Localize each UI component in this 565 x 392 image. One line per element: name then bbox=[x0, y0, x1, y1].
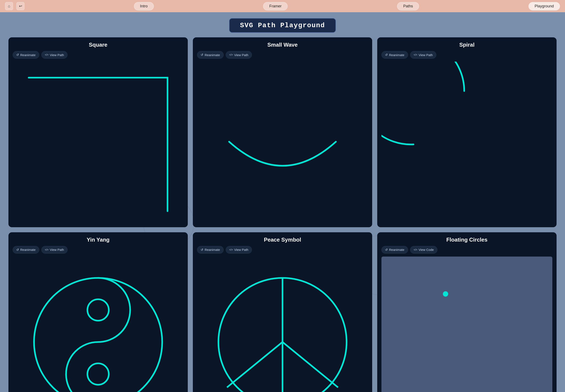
svg-point-14 bbox=[87, 363, 109, 385]
wave-reanimate-label: Reanimate bbox=[205, 53, 220, 57]
card-peace-buttons: ↺ Reanimate </> View Path bbox=[197, 246, 368, 254]
square-viewpath-label: View Path bbox=[50, 53, 64, 57]
reanimate-icon-yinyang: ↺ bbox=[16, 248, 19, 252]
floating-reanimate-label: Reanimate bbox=[389, 248, 404, 252]
nav-paths-label: Paths bbox=[403, 4, 413, 8]
floating-reanimate-button[interactable]: ↺ Reanimate bbox=[381, 246, 408, 254]
peace-viewpath-label: View Path bbox=[234, 248, 248, 252]
peace-viewpath-button[interactable]: </> View Path bbox=[226, 246, 252, 254]
navbar: ⌂ ↩ Intro Framer Paths Playground bbox=[0, 0, 565, 12]
card-square: Square ↺ Reanimate </> View Path bbox=[8, 37, 188, 227]
spiral-svg bbox=[381, 62, 552, 227]
wave-viewpath-label: View Path bbox=[234, 53, 248, 57]
floating-svg bbox=[381, 257, 552, 392]
yinyang-svg bbox=[13, 257, 184, 392]
cards-grid: Square ↺ Reanimate </> View Path S bbox=[0, 37, 565, 392]
floating-viewcode-label: View Code bbox=[419, 248, 434, 252]
card-spiral: Spiral ↺ Reanimate </> View Path bbox=[377, 37, 557, 227]
nav-framer[interactable]: Framer bbox=[263, 2, 288, 10]
spiral-reanimate-label: Reanimate bbox=[389, 53, 404, 57]
reanimate-icon-floating: ↺ bbox=[385, 248, 388, 252]
wave-svg bbox=[197, 62, 368, 227]
svg-line-18 bbox=[282, 342, 338, 387]
card-peace-title: Peace Symbol bbox=[197, 237, 368, 243]
reanimate-icon-wave: ↺ bbox=[201, 53, 203, 57]
reanimate-icon-spiral: ↺ bbox=[385, 53, 388, 57]
spiral-reanimate-button[interactable]: ↺ Reanimate bbox=[381, 51, 408, 59]
nav-framer-label: Framer bbox=[269, 4, 281, 8]
main-content: SVG Path Playground Square ↺ Reanimate <… bbox=[0, 12, 565, 392]
nav-intro[interactable]: Intro bbox=[134, 2, 154, 10]
card-floating-circles-buttons: ↺ Reanimate </> View Code bbox=[381, 246, 552, 254]
svg-line-17 bbox=[227, 342, 282, 387]
yinyang-reanimate-button[interactable]: ↺ Reanimate bbox=[13, 246, 39, 254]
floating-canvas bbox=[381, 257, 552, 392]
card-spiral-buttons: ↺ Reanimate </> View Path bbox=[381, 51, 552, 59]
card-yin-yang: Yin Yang ↺ Reanimate </> View Path bbox=[8, 232, 188, 392]
reanimate-icon-peace: ↺ bbox=[201, 248, 203, 252]
code-icon-peace: </> bbox=[229, 248, 233, 251]
code-icon-spiral: </> bbox=[414, 53, 417, 56]
card-square-buttons: ↺ Reanimate </> View Path bbox=[13, 51, 184, 59]
back-button[interactable]: ↩ bbox=[16, 2, 25, 10]
code-icon: </> bbox=[45, 53, 49, 56]
card-small-wave: Small Wave ↺ Reanimate </> View Path bbox=[193, 37, 372, 227]
code-icon-floating: </> bbox=[414, 248, 417, 251]
card-floating-circles: Floating Circles ↺ Reanimate </> View Co… bbox=[377, 232, 557, 392]
wave-canvas bbox=[197, 62, 368, 227]
card-small-wave-buttons: ↺ Reanimate </> View Path bbox=[197, 51, 368, 59]
code-icon-yinyang: </> bbox=[45, 248, 49, 251]
square-viewpath-button[interactable]: </> View Path bbox=[41, 51, 68, 59]
wave-viewpath-button[interactable]: </> View Path bbox=[226, 51, 252, 59]
nav-playground-label: Playground bbox=[535, 4, 554, 8]
wave-reanimate-button[interactable]: ↺ Reanimate bbox=[197, 51, 224, 59]
peace-canvas bbox=[197, 257, 368, 392]
yinyang-canvas bbox=[13, 257, 184, 392]
card-square-title: Square bbox=[13, 42, 184, 48]
floating-viewcode-button[interactable]: </> View Code bbox=[410, 246, 438, 254]
nav-playground[interactable]: Playground bbox=[528, 2, 560, 10]
yinyang-reanimate-label: Reanimate bbox=[20, 248, 36, 252]
card-yin-yang-title: Yin Yang bbox=[13, 237, 184, 243]
square-reanimate-button[interactable]: ↺ Reanimate bbox=[13, 51, 39, 59]
home-button[interactable]: ⌂ bbox=[5, 2, 13, 10]
card-spiral-title: Spiral bbox=[381, 42, 552, 48]
peace-reanimate-label: Reanimate bbox=[205, 248, 220, 252]
card-floating-circles-title: Floating Circles bbox=[381, 237, 552, 243]
svg-point-13 bbox=[87, 299, 109, 321]
square-canvas bbox=[13, 62, 184, 227]
page-title: SVG Path Playground bbox=[229, 18, 336, 33]
nav-paths[interactable]: Paths bbox=[397, 2, 419, 10]
card-yin-yang-buttons: ↺ Reanimate </> View Path bbox=[13, 246, 184, 254]
card-small-wave-title: Small Wave bbox=[197, 42, 368, 48]
spiral-canvas bbox=[381, 62, 552, 227]
page-title-container: SVG Path Playground bbox=[0, 12, 565, 37]
yinyang-viewpath-label: View Path bbox=[50, 248, 64, 252]
reanimate-icon: ↺ bbox=[16, 53, 19, 57]
square-svg bbox=[13, 62, 184, 227]
code-icon-wave: </> bbox=[229, 53, 233, 56]
svg-point-19 bbox=[443, 291, 448, 296]
yinyang-viewpath-button[interactable]: </> View Path bbox=[41, 246, 68, 254]
peace-reanimate-button[interactable]: ↺ Reanimate bbox=[197, 246, 224, 254]
nav-intro-label: Intro bbox=[140, 4, 148, 8]
square-reanimate-label: Reanimate bbox=[20, 53, 36, 57]
svg-point-12 bbox=[34, 278, 162, 392]
card-peace: Peace Symbol ↺ Reanimate </> View Path bbox=[193, 232, 372, 392]
spiral-viewpath-button[interactable]: </> View Path bbox=[410, 51, 437, 59]
spiral-viewpath-label: View Path bbox=[419, 53, 433, 57]
peace-svg bbox=[197, 257, 368, 392]
